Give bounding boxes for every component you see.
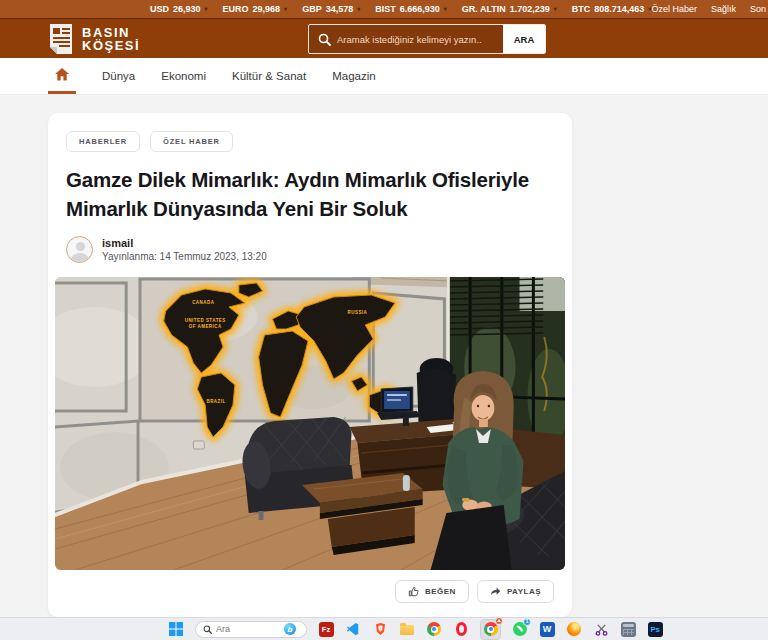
share-button[interactable]: PAYLAŞ [477, 580, 554, 603]
ticker-bar: USD26,930▾ EURO29,968▾ GBP34,578▾ BIST6.… [0, 0, 768, 18]
article-card: HABERLER ÖZEL HABER Gamze Dilek Mimarlık… [48, 113, 572, 617]
water-bottle [403, 475, 410, 491]
snipping-tool-icon[interactable] [593, 621, 609, 637]
chrome-icon[interactable] [426, 621, 442, 637]
top-menu-ozel-haber[interactable]: Özel Haber [651, 4, 697, 14]
windows-taskbar: b Fz 1 W [0, 617, 768, 640]
ticker-rate-bist: BIST6.666,930▾ [375, 4, 447, 14]
nav-item-dunya[interactable]: Dünya [102, 58, 135, 94]
word-icon[interactable]: W [539, 621, 555, 637]
top-menu: Özel Haber Sağlık Son Dakika Teknoloji K… [651, 4, 768, 14]
search-submit-button[interactable]: ARA [503, 25, 545, 53]
site-header: BASIN KÖŞESİ ARA [0, 18, 768, 58]
author-name[interactable]: ismail [102, 237, 267, 249]
ticker-rate-euro: EURO29,968▾ [223, 4, 288, 14]
thumbs-up-icon [408, 586, 419, 597]
brave-icon[interactable] [372, 621, 388, 637]
folder-icon[interactable] [399, 621, 415, 637]
photoshop-icon[interactable]: Ps [647, 621, 663, 637]
article-actions: BEĞEN PAYLAŞ [48, 570, 572, 615]
page-content: HABERLER ÖZEL HABER Gamze Dilek Mimarlık… [0, 96, 768, 617]
article-title: Gamze Dilek Mimarlık: Aydın Mimarlık Ofi… [66, 165, 554, 223]
map-label-brazil: BRAZIL [206, 399, 225, 404]
nav-item-kultur-sanat[interactable]: Kültür & Sanat [232, 58, 306, 94]
author-avatar[interactable] [66, 236, 93, 263]
map-label-usa-1: UNITED STATES [185, 318, 226, 323]
author-row: ismail Yayınlanma: 14 Temmuz 2023, 13:20 [66, 236, 554, 263]
opera-icon[interactable] [453, 621, 469, 637]
firefox-icon[interactable] [566, 621, 582, 637]
badge-haberler[interactable]: HABERLER [66, 131, 140, 152]
map-label-russia: RUSSIA [348, 310, 368, 315]
chrome-notification-badge [495, 617, 503, 625]
site-logo[interactable]: BASIN KÖŞESİ [48, 24, 140, 54]
caret-down-icon: ▾ [554, 6, 557, 12]
share-arrow-icon [490, 586, 501, 597]
map-label-usa-2: OF AMERICA [189, 324, 222, 329]
ticker-rate-btc: BTC808.714,463▾ [572, 4, 652, 14]
office-photo-illustration: CANADA UNITED STATES OF AMERICA BRAZIL R… [55, 277, 565, 570]
site-title: BASIN KÖŞESİ [82, 26, 140, 52]
whatsapp-icon[interactable]: 1 [512, 621, 528, 637]
filezilla-icon[interactable]: Fz [318, 621, 334, 637]
taskbar-search-input[interactable] [216, 624, 280, 634]
search-icon [318, 33, 331, 46]
home-icon [55, 68, 69, 81]
caret-down-icon: ▾ [357, 6, 360, 12]
nav-home-tab[interactable] [48, 58, 76, 94]
calculator-icon[interactable] [620, 621, 636, 637]
header-search: ARA [308, 24, 546, 54]
caret-down-icon: ▾ [444, 6, 447, 12]
ticker-rate-altin: GR. ALTIN1.702,239▾ [462, 4, 557, 14]
wall-outlet [193, 441, 204, 449]
badge-ozel-haber[interactable]: ÖZEL HABER [150, 131, 233, 152]
ticker-rates: USD26,930▾ EURO29,968▾ GBP34,578▾ BIST6.… [150, 4, 651, 14]
taskbar-search[interactable]: b [195, 621, 307, 638]
nav-item-magazin[interactable]: Magazin [332, 58, 375, 94]
nav-item-ekonomi[interactable]: Ekonomi [161, 58, 206, 94]
caret-down-icon: ▾ [284, 6, 287, 12]
ticker-rate-usd: USD26,930▾ [150, 4, 208, 14]
ticker-rate-gbp: GBP34,578▾ [302, 4, 360, 14]
main-nav: Dünya Ekonomi Kültür & Sanat Magazin [0, 58, 768, 95]
start-button[interactable] [168, 621, 184, 637]
windows-logo-icon [169, 622, 183, 636]
publish-date: Yayınlanma: 14 Temmuz 2023, 13:20 [102, 251, 267, 262]
map-label-canada: CANADA [192, 300, 214, 305]
whatsapp-notification-badge: 1 [523, 618, 531, 626]
top-menu-saglik[interactable]: Sağlık [711, 4, 736, 14]
article-photo: CANADA UNITED STATES OF AMERICA BRAZIL R… [55, 277, 565, 570]
top-menu-son-dakika[interactable]: Son Dakika [750, 4, 768, 14]
caret-down-icon: ▾ [205, 6, 208, 12]
like-button[interactable]: BEĞEN [395, 580, 469, 603]
bing-icon: b [284, 623, 296, 635]
article-badges: HABERLER ÖZEL HABER [66, 113, 554, 152]
vscode-icon[interactable] [345, 621, 361, 637]
search-icon [203, 625, 212, 634]
newspaper-logo-icon [48, 24, 74, 54]
chrome-active-icon[interactable] [480, 619, 501, 640]
search-input[interactable] [331, 34, 503, 45]
